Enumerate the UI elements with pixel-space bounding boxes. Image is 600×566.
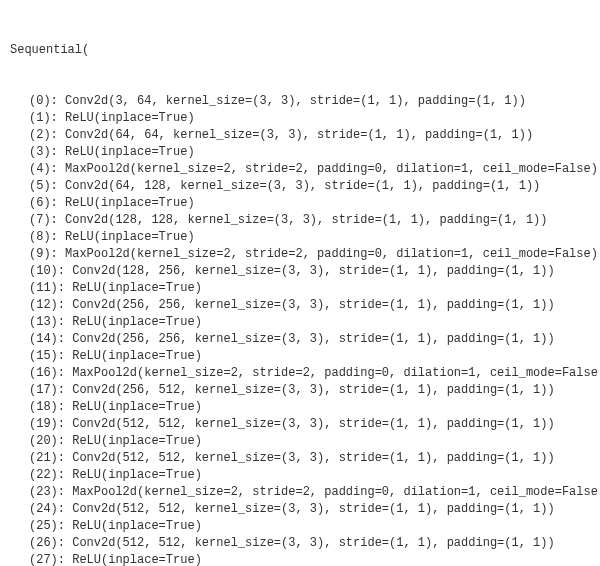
layer-line-22: (22): ReLU(inplace=True) (10, 467, 590, 484)
layer-line-21: (21): Conv2d(512, 512, kernel_size=(3, 3… (10, 450, 590, 467)
layer-line-12: (12): Conv2d(256, 256, kernel_size=(3, 3… (10, 297, 590, 314)
layers-container: (0): Conv2d(3, 64, kernel_size=(3, 3), s… (10, 93, 590, 566)
layer-line-27: (27): ReLU(inplace=True) (10, 552, 590, 566)
layer-line-2: (2): Conv2d(64, 64, kernel_size=(3, 3), … (10, 127, 590, 144)
layer-line-3: (3): ReLU(inplace=True) (10, 144, 590, 161)
model-summary-container: Sequential( (0): Conv2d(3, 64, kernel_si… (10, 8, 590, 566)
layer-line-18: (18): ReLU(inplace=True) (10, 399, 590, 416)
layer-line-11: (11): ReLU(inplace=True) (10, 280, 590, 297)
layer-line-24: (24): Conv2d(512, 512, kernel_size=(3, 3… (10, 501, 590, 518)
sequential-header: Sequential( (10, 42, 590, 59)
layer-line-10: (10): Conv2d(128, 256, kernel_size=(3, 3… (10, 263, 590, 280)
layer-line-26: (26): Conv2d(512, 512, kernel_size=(3, 3… (10, 535, 590, 552)
layer-line-23: (23): MaxPool2d(kernel_size=2, stride=2,… (10, 484, 590, 501)
layer-line-9: (9): MaxPool2d(kernel_size=2, stride=2, … (10, 246, 590, 263)
layer-line-17: (17): Conv2d(256, 512, kernel_size=(3, 3… (10, 382, 590, 399)
layer-line-1: (1): ReLU(inplace=True) (10, 110, 590, 127)
layer-line-20: (20): ReLU(inplace=True) (10, 433, 590, 450)
layer-line-13: (13): ReLU(inplace=True) (10, 314, 590, 331)
layer-line-16: (16): MaxPool2d(kernel_size=2, stride=2,… (10, 365, 590, 382)
layer-line-15: (15): ReLU(inplace=True) (10, 348, 590, 365)
layer-line-7: (7): Conv2d(128, 128, kernel_size=(3, 3)… (10, 212, 590, 229)
layer-line-14: (14): Conv2d(256, 256, kernel_size=(3, 3… (10, 331, 590, 348)
layer-line-6: (6): ReLU(inplace=True) (10, 195, 590, 212)
layer-line-25: (25): ReLU(inplace=True) (10, 518, 590, 535)
layer-line-5: (5): Conv2d(64, 128, kernel_size=(3, 3),… (10, 178, 590, 195)
layer-line-4: (4): MaxPool2d(kernel_size=2, stride=2, … (10, 161, 590, 178)
layer-line-19: (19): Conv2d(512, 512, kernel_size=(3, 3… (10, 416, 590, 433)
layer-line-8: (8): ReLU(inplace=True) (10, 229, 590, 246)
layer-line-0: (0): Conv2d(3, 64, kernel_size=(3, 3), s… (10, 93, 590, 110)
